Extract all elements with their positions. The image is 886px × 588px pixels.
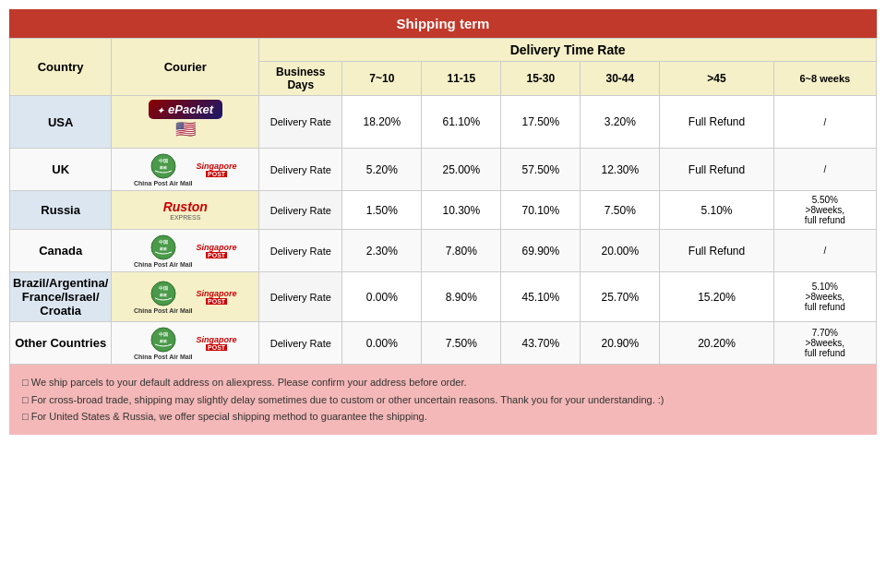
data-15-30-cell: 45.10% [501, 272, 581, 322]
page-title: Shipping term [397, 16, 490, 31]
main-container: Shipping term Country Courier Delivery T… [0, 0, 886, 444]
table-row: Russia Ruston EXPRESS Delivery Rate 1.50… [10, 191, 877, 230]
courier-cell: 中国 邮政 China Post Air Mail Singapore POST [112, 149, 259, 191]
col-6-8weeks-header: 6~8 weeks [773, 62, 876, 96]
data-30-44-cell: 25.70% [581, 272, 660, 322]
country-cell: Canada [10, 230, 112, 272]
data-11-15-cell: 8.90% [422, 272, 501, 322]
chinapost-logo: 中国 邮政 China Post Air Mail [134, 234, 193, 268]
delivery-rate-cell: Delivery Rate [259, 272, 342, 322]
data-15-30-cell: 69.90% [501, 230, 581, 272]
country-cell: UK [10, 149, 112, 191]
data-15-30-cell: 57.50% [501, 149, 581, 191]
col-30-44-header: 30-44 [581, 62, 660, 96]
epacket-logo-container: ✦ ePacket 🇺🇸 [114, 100, 256, 144]
col-15-30-header: 15-30 [501, 62, 581, 96]
sgpost-logo: Singapore POST [197, 289, 237, 305]
table-row: Other Countries 中国 邮政 China Post Air Mai… [10, 322, 877, 365]
data-7-10-cell: 5.20% [342, 149, 422, 191]
data-gt45-cell: Full Refund [660, 230, 773, 272]
courier-cell: 中国 邮政 China Post Air Mail Singapore POST [112, 230, 259, 272]
data-6-8weeks-cell: 5.10% >8weeks, full refund [773, 272, 876, 322]
country-cell: Other Countries [10, 322, 112, 365]
footer-section: □ We ship parcels to your default addres… [9, 365, 877, 435]
data-11-15-cell: 7.80% [422, 230, 501, 272]
ruston-logo-container: Ruston EXPRESS [114, 199, 256, 221]
courier-cell: 中国 邮政 China Post Air Mail Singapore POST [112, 272, 259, 322]
data-gt45-cell: 15.20% [660, 272, 773, 322]
chinapost-logo: 中国 邮政 China Post Air Mail [134, 326, 193, 360]
data-7-10-cell: 2.30% [342, 230, 422, 272]
col-11-15-header: 11-15 [422, 62, 501, 96]
data-gt45-cell: 5.10% [660, 191, 773, 230]
table-row: Canada 中国 邮政 China Post Air Mail Singapo… [10, 230, 877, 272]
table-row: USA ✦ ePacket 🇺🇸 Delivery Rate 18.20% 61… [10, 96, 877, 149]
delivery-time-rate-header: Delivery Time Rate [259, 39, 877, 62]
shipping-table: Country Courier Delivery Time Rate Busin… [9, 38, 877, 365]
svg-text:中国: 中国 [159, 158, 168, 163]
data-gt45-cell: Full Refund [660, 96, 773, 149]
sgpost-logo: Singapore POST [197, 335, 237, 351]
data-15-30-cell: 43.70% [501, 322, 581, 365]
data-11-15-cell: 10.30% [422, 191, 501, 230]
courier-header: Courier [112, 39, 259, 96]
delivery-rate-cell: Delivery Rate [259, 191, 342, 230]
delivery-rate-cell: Delivery Rate [259, 149, 342, 191]
data-11-15-cell: 61.10% [422, 96, 501, 149]
data-gt45-cell: Full Refund [660, 149, 773, 191]
table-row: Brazil/Argentina/ France/Israel/ Croatia… [10, 272, 877, 322]
data-30-44-cell: 20.90% [581, 322, 660, 365]
title-bar: Shipping term [9, 9, 877, 38]
data-15-30-cell: 70.10% [501, 191, 581, 230]
business-days-header: Business Days [259, 62, 342, 96]
svg-text:邮政: 邮政 [160, 165, 168, 170]
data-6-8weeks-cell: / [773, 230, 876, 272]
data-6-8weeks-cell: 7.70% >8weeks, full refund [773, 322, 876, 365]
col-gt45-header: >45 [660, 62, 773, 96]
data-gt45-cell: 20.20% [660, 322, 773, 365]
data-7-10-cell: 0.00% [342, 272, 422, 322]
svg-text:邮政: 邮政 [160, 246, 168, 251]
sgpost-logo: Singapore POST [197, 162, 237, 177]
sgpost-logo: Singapore POST [197, 243, 237, 258]
data-30-44-cell: 7.50% [581, 191, 660, 230]
country-header: Country [10, 39, 112, 96]
data-6-8weeks-cell: / [773, 96, 876, 149]
courier-cell: Ruston EXPRESS [112, 191, 259, 230]
delivery-rate-cell: Delivery Rate [259, 230, 342, 272]
chinapost-logo: 中国 邮政 China Post Air Mail [134, 152, 193, 186]
country-cell: USA [10, 96, 112, 149]
data-6-8weeks-cell: / [773, 149, 876, 191]
data-11-15-cell: 7.50% [422, 322, 501, 365]
data-7-10-cell: 0.00% [342, 322, 422, 365]
data-30-44-cell: 20.00% [581, 230, 660, 272]
courier-cell: 中国 邮政 China Post Air Mail Singapore POST [112, 322, 259, 365]
svg-text:邮政: 邮政 [160, 339, 168, 343]
footer-line2: □ For cross-broad trade, shipping may sl… [22, 391, 864, 409]
svg-text:邮政: 邮政 [160, 293, 168, 297]
col-7-10-header: 7~10 [342, 62, 422, 96]
data-6-8weeks-cell: 5.50% >8weeks, full refund [773, 191, 876, 230]
svg-text:中国: 中国 [159, 285, 168, 291]
delivery-rate-cell: Delivery Rate [259, 322, 342, 365]
delivery-rate-cell: Delivery Rate [259, 96, 342, 149]
data-30-44-cell: 3.20% [581, 96, 660, 149]
svg-text:中国: 中国 [159, 331, 168, 337]
data-30-44-cell: 12.30% [581, 149, 660, 191]
data-11-15-cell: 25.00% [422, 149, 501, 191]
data-7-10-cell: 18.20% [342, 96, 422, 149]
data-15-30-cell: 17.50% [501, 96, 581, 149]
table-row: UK 中国 邮政 China Post Air Mail Singapore P… [10, 149, 877, 191]
country-cell: Brazil/Argentina/ France/Israel/ Croatia [10, 272, 112, 322]
country-cell: Russia [10, 191, 112, 230]
svg-text:中国: 中国 [159, 239, 168, 245]
footer-line1: □ We ship parcels to your default addres… [22, 374, 864, 391]
data-7-10-cell: 1.50% [342, 191, 422, 230]
chinapost-logo: 中国 邮政 China Post Air Mail [134, 280, 193, 314]
footer-line3: □ For United States & Russia, we offer s… [22, 408, 864, 426]
courier-cell: ✦ ePacket 🇺🇸 [112, 96, 259, 149]
